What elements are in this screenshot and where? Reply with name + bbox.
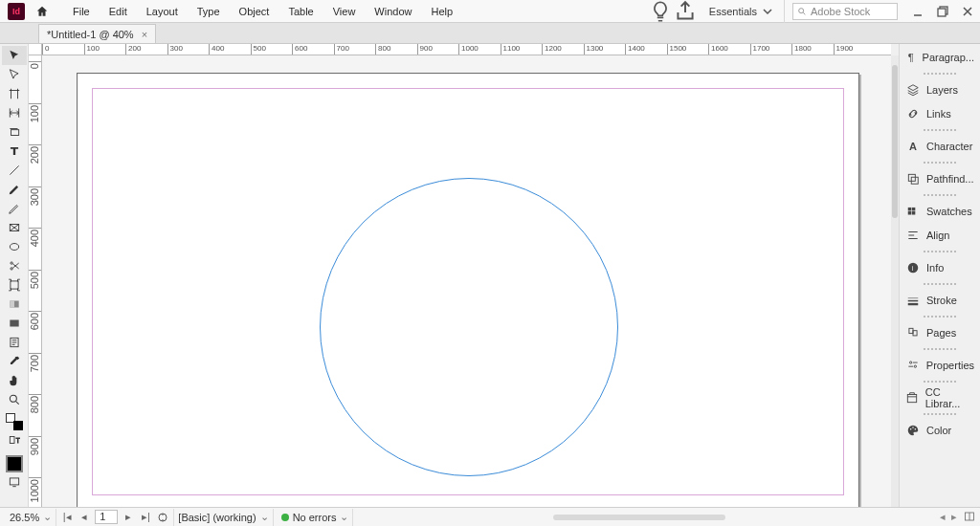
menu-layout[interactable]: Layout [137,0,188,23]
pages-icon [905,325,921,340]
ruler-tick: 500 [29,270,41,271]
svg-rect-17 [10,478,18,485]
menu-view[interactable]: View [323,0,366,23]
selection-tool[interactable] [2,46,27,65]
page-tool[interactable] [2,84,27,103]
share-icon[interactable] [673,0,698,23]
status-ok-icon [281,514,289,521]
gradient-feather-tool[interactable] [2,314,27,333]
menu-file[interactable]: File [63,0,100,23]
svg-point-31 [910,428,912,430]
panel-cc-libraries[interactable]: CC Librar... [900,386,980,409]
note-tool[interactable] [2,333,27,352]
panel-properties[interactable]: Properties [900,354,980,377]
svg-point-7 [10,268,11,270]
horizontal-scrollbar[interactable] [553,515,725,520]
prev-page-button[interactable]: ◂ [78,511,91,524]
ellipse-shape[interactable] [320,178,618,476]
panel-stroke[interactable]: Stroke [900,289,980,312]
horizontal-ruler[interactable]: 0100200300400500600700800900100011001200… [42,44,891,55]
panel-label: Properties [926,360,974,371]
zoom-level[interactable]: 26.5% ⌄ [6,509,56,526]
preflight-errors[interactable]: No errors ⌄ [278,509,354,526]
preflight-profile[interactable]: [Basic] (working) ⌄ [173,509,273,526]
ruler-tick: 1200 [542,44,562,55]
rectangle-frame-tool[interactable] [2,218,27,237]
ruler-tick: 300 [167,44,183,55]
svg-rect-23 [912,211,916,215]
default-fill-stroke[interactable] [6,455,23,472]
gap-tool[interactable] [2,103,27,122]
free-transform-tool[interactable] [2,275,27,295]
menu-help[interactable]: Help [421,0,462,23]
zoom-tool[interactable] [2,390,27,409]
canvas[interactable] [42,55,891,507]
adobe-stock-search[interactable]: Adobe Stock [792,3,898,20]
menu-type[interactable]: Type [188,0,230,23]
next-page-button[interactable]: ▸ [122,511,135,524]
panel-pages[interactable]: Pages [900,321,980,344]
direct-selection-tool[interactable] [2,65,27,84]
page-number-field[interactable]: 1 [95,510,118,524]
hand-tool[interactable] [2,371,27,390]
vertical-scrollbar[interactable] [891,55,899,507]
window-minimize[interactable] [905,0,930,23]
panel-swatches[interactable]: Swatches [900,200,980,223]
first-page-button[interactable]: |◂ [60,511,74,524]
ruler-tick: 800 [29,394,41,395]
content-collector-tool[interactable] [2,122,27,142]
ellipse-tool[interactable] [2,237,27,256]
document-tab[interactable]: *Untitled-1 @ 40% × [38,24,156,43]
panel-links[interactable]: Links [900,102,980,125]
pen-tool[interactable] [2,180,27,199]
ruler-tick: 1600 [708,44,728,55]
chevron-down-icon: ⌄ [340,511,348,523]
ruler-origin[interactable] [29,44,42,55]
scroll-right-icon[interactable]: ▸ [951,511,957,523]
panel-character[interactable]: ACharacter [900,135,980,158]
menu-object[interactable]: Object [230,0,279,23]
svg-rect-2 [938,9,946,16]
panel-layers[interactable]: Layers [900,78,980,101]
scroll-left-icon[interactable]: ◂ [940,511,946,523]
ruler-tick: 1300 [584,44,604,55]
workspace-switcher[interactable]: Essentials [698,0,785,23]
hint-icon[interactable] [648,0,673,23]
svg-point-5 [10,244,18,251]
close-tab-icon[interactable]: × [142,29,147,40]
vertical-ruler[interactable]: 01002003004005006007008009001000 [29,55,42,507]
panel-info[interactable]: iInfo [900,256,980,279]
panel-align[interactable]: Align [900,224,980,247]
pencil-tool[interactable] [2,199,27,218]
eyedropper-tool[interactable] [2,352,27,371]
window-close[interactable] [955,0,980,23]
format-container-toggle[interactable]: T [2,430,27,449]
line-tool[interactable] [2,161,27,180]
menu-table[interactable]: Table [278,0,323,23]
panel-color[interactable]: Color [900,419,980,442]
gradient-swatch-tool[interactable] [2,295,27,314]
ruler-tick: 200 [29,144,41,145]
fill-stroke-swatch[interactable] [4,413,25,430]
panel-paragraph[interactable]: ¶Paragrap... [900,46,980,69]
last-page-button[interactable]: ▸| [139,511,152,524]
panel-pathfinder[interactable]: Pathfind... [900,167,980,190]
menu-window[interactable]: Window [365,0,421,23]
zoom-value: 26.5% [10,512,39,523]
screen-mode-toggle[interactable] [2,472,27,492]
document-tab-title: *Untitled-1 @ 40% [47,29,134,40]
svg-rect-8 [10,281,17,289]
scissors-tool[interactable] [2,256,27,275]
home-icon[interactable] [34,5,50,18]
chevron-down-icon: ⌄ [43,511,52,523]
ruler-tick: 500 [251,44,266,55]
svg-rect-22 [908,211,912,215]
type-tool[interactable] [2,142,27,161]
scroll-thumb[interactable] [892,65,898,218]
open-navigator-icon[interactable] [156,511,169,524]
menu-edit[interactable]: Edit [100,0,137,23]
view-split-icon[interactable] [963,511,976,524]
window-restore[interactable] [930,0,955,23]
character-icon: A [905,139,921,154]
ruler-tick: 100 [84,44,100,55]
